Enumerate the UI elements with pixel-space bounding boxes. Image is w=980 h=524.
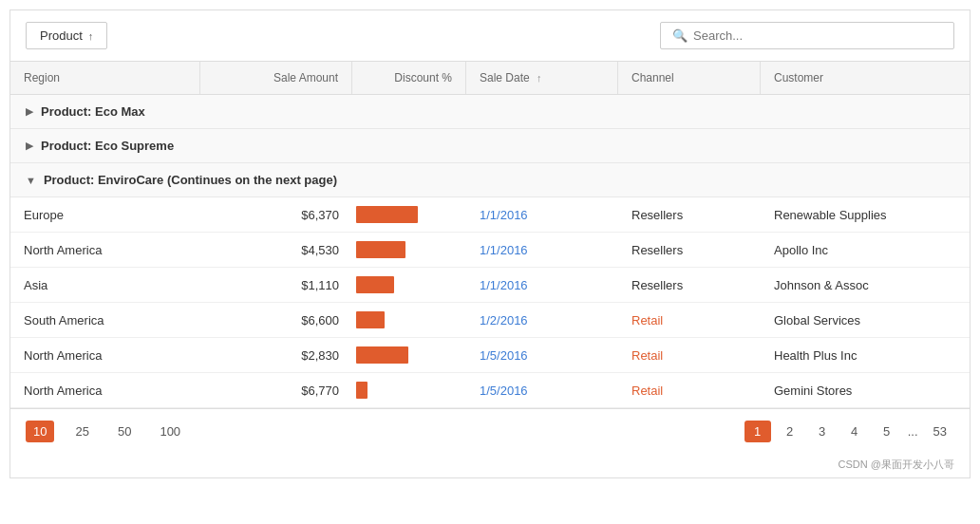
cell-customer: Johnson & Assoc: [761, 270, 970, 301]
cell-sale-date: 1/1/2016: [466, 234, 618, 266]
cell-customer: Renewable Supplies: [761, 199, 970, 231]
cell-discount-bar: [352, 303, 466, 337]
sort-arrow-icon: ↑: [88, 30, 94, 42]
expand-icon: ▶: [26, 140, 33, 152]
discount-bar: [356, 382, 368, 399]
sale-date-sort-icon: ↑: [537, 72, 542, 84]
page-numbers: 12345...53: [744, 421, 954, 442]
page-size-10[interactable]: 10: [26, 421, 54, 442]
cell-channel: Resellers: [618, 199, 761, 231]
cell-region: Asia: [10, 270, 200, 301]
cell-sale-amount: $6,770: [200, 375, 352, 406]
toolbar: Product ↑ 🔍: [10, 10, 970, 62]
page-num-5[interactable]: 5: [874, 421, 900, 442]
search-box: 🔍: [660, 22, 954, 49]
table-row: Europe $6,370 1/1/2016 Resellers Renewab…: [10, 197, 970, 233]
product-label: Product: [40, 28, 83, 43]
expand-icon: ▼: [26, 175, 36, 186]
search-icon: 🔍: [672, 28, 688, 43]
page-size-50[interactable]: 50: [110, 421, 139, 442]
discount-bar: [356, 276, 394, 293]
page-sizes: 102550100: [26, 421, 188, 442]
col-header-channel[interactable]: Channel: [618, 62, 761, 94]
cell-sale-amount: $1,110: [200, 270, 352, 301]
cell-discount-bar: [352, 197, 466, 232]
main-container: Product ↑ 🔍 Region Sale Amount Discount …: [9, 9, 971, 478]
cell-discount-bar: [352, 373, 466, 407]
table-row: North America $4,530 1/1/2016 Resellers …: [10, 233, 970, 268]
page-num-4[interactable]: 4: [841, 421, 868, 442]
group-label: Product: EnviroCare (Continues on the ne…: [44, 173, 337, 187]
cell-channel: Resellers: [618, 270, 761, 301]
cell-sale-date: 1/5/2016: [466, 375, 618, 406]
table-body: ▶Product: Eco Max▶Product: Eco Supreme▼P…: [10, 95, 970, 408]
cell-sale-date: 1/1/2016: [466, 270, 618, 301]
cell-channel: Resellers: [618, 234, 761, 266]
cell-discount-bar: [352, 268, 466, 302]
cell-customer: Global Services: [761, 305, 970, 336]
cell-sale-date: 1/1/2016: [466, 199, 618, 231]
table-row: South America $6,600 1/2/2016 Retail Glo…: [10, 303, 970, 338]
cell-discount-bar: [352, 233, 466, 267]
table-header: Region Sale Amount Discount % Sale Date …: [10, 62, 970, 95]
pagination: 102550100 12345...53: [10, 408, 970, 454]
product-sort-button[interactable]: Product ↑: [26, 22, 107, 49]
discount-bar: [356, 346, 408, 364]
page-num-3[interactable]: 3: [809, 421, 836, 442]
cell-sale-amount: $2,830: [200, 340, 352, 371]
cell-channel: Retail: [618, 375, 761, 406]
col-header-region[interactable]: Region: [10, 62, 200, 94]
watermark: CSDN @果面开发小八哥: [10, 454, 970, 477]
group-label: Product: Eco Max: [41, 104, 145, 119]
cell-sale-amount: $4,530: [200, 234, 352, 266]
cell-customer: Health Plus Inc: [761, 340, 970, 371]
cell-sale-amount: $6,370: [200, 199, 352, 231]
discount-bar: [356, 311, 385, 328]
col-header-sale-amount[interactable]: Sale Amount: [200, 62, 352, 94]
cell-region: North America: [10, 234, 200, 266]
group-label: Product: Eco Supreme: [41, 139, 174, 153]
cell-discount-bar: [352, 338, 466, 372]
cell-customer: Apollo Inc: [761, 234, 970, 266]
expand-icon: ▶: [26, 105, 33, 118]
col-header-discount[interactable]: Discount %: [352, 62, 466, 94]
group-row[interactable]: ▶Product: Eco Supreme: [10, 129, 970, 163]
search-input[interactable]: [693, 28, 942, 43]
table-row: North America $6,770 1/5/2016 Retail Gem…: [10, 373, 970, 408]
page-size-25[interactable]: 25: [67, 421, 96, 442]
cell-sale-date: 1/2/2016: [466, 305, 618, 336]
page-size-100[interactable]: 100: [152, 421, 188, 442]
cell-channel: Retail: [618, 305, 761, 336]
cell-channel: Retail: [618, 340, 761, 371]
group-row[interactable]: ▶Product: Eco Max: [10, 95, 970, 129]
col-header-customer[interactable]: Customer: [761, 62, 970, 94]
cell-sale-date: 1/5/2016: [466, 340, 618, 371]
discount-bar: [356, 241, 405, 258]
page-num-2[interactable]: 2: [777, 421, 803, 442]
col-header-sale-date[interactable]: Sale Date ↑: [466, 62, 618, 94]
cell-customer: Gemini Stores: [761, 375, 970, 406]
table-row: Asia $1,110 1/1/2016 Resellers Johnson &…: [10, 268, 970, 303]
page-ellipsis: ...: [906, 421, 920, 442]
cell-region: South America: [10, 305, 200, 336]
page-num-53[interactable]: 53: [926, 421, 954, 442]
cell-region: Europe: [10, 199, 200, 231]
page-num-1[interactable]: 1: [744, 421, 771, 442]
discount-bar: [356, 206, 418, 223]
table-row: North America $2,830 1/5/2016 Retail Hea…: [10, 338, 970, 373]
cell-region: North America: [10, 340, 200, 371]
cell-region: North America: [10, 375, 200, 406]
group-row[interactable]: ▼Product: EnviroCare (Continues on the n…: [10, 163, 970, 197]
cell-sale-amount: $6,600: [200, 305, 352, 336]
